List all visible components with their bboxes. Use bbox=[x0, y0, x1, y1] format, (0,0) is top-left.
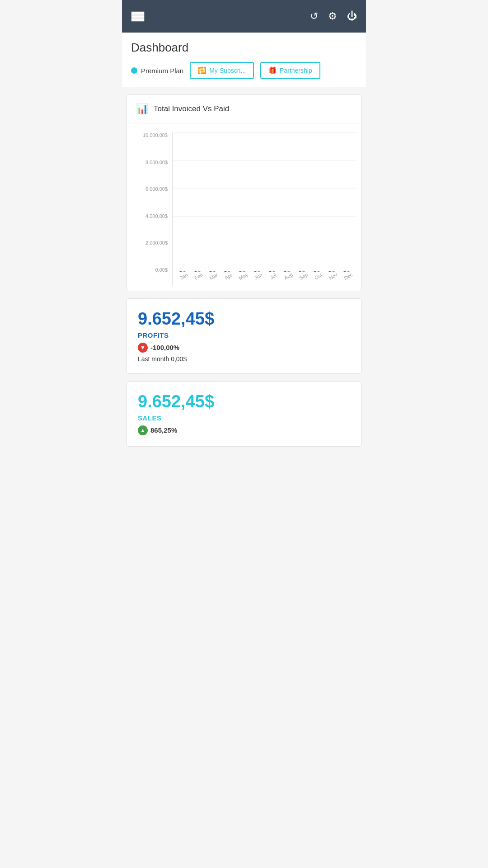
subscription-label: My Subscri... bbox=[209, 67, 246, 74]
y-axis-label: 6.000,00$ bbox=[145, 186, 168, 192]
subscription-button[interactable]: 🔁 My Subscri... bbox=[190, 62, 254, 79]
x-axis-label: Jul bbox=[266, 270, 282, 283]
x-axis-label: Mar bbox=[206, 270, 221, 283]
power-icon[interactable]: ⏻ bbox=[347, 10, 357, 22]
y-axis: 10.000,00$8.000,00$6.000,00$4.000,00$2.0… bbox=[131, 132, 172, 286]
y-axis-label: 10.000,00$ bbox=[143, 132, 168, 138]
x-axis: JanFebMarAprMayJunJulAugSepOctNovDec bbox=[173, 272, 357, 286]
bars-row bbox=[173, 132, 357, 272]
sales-value: 9.652,45$ bbox=[138, 392, 350, 411]
x-axis-label: May bbox=[236, 270, 252, 283]
x-axis-label: Feb bbox=[191, 270, 206, 283]
chart-card-header: 📊 Total Invoiced Vs Paid bbox=[127, 95, 361, 123]
x-axis-label: Apr bbox=[221, 270, 236, 283]
plan-row: Premium Plan 🔁 My Subscri... 🎁 Partnersh… bbox=[131, 62, 357, 79]
y-axis-label: 8.000,00$ bbox=[145, 160, 168, 165]
profits-card: 9.652,45$ PROFITS ▼ -100,00% Last month … bbox=[127, 298, 361, 374]
header-left bbox=[131, 11, 145, 22]
plan-dot bbox=[131, 67, 137, 74]
profits-label: PROFITS bbox=[138, 331, 350, 339]
y-axis-label: 2.000,00$ bbox=[145, 240, 168, 245]
sales-card: 9.652,45$ SALES ▲ 865,25% bbox=[127, 381, 361, 447]
sales-label: SALES bbox=[138, 414, 350, 422]
x-axis-label: Jan bbox=[176, 270, 192, 283]
profits-change-pct: -100,00% bbox=[150, 344, 179, 351]
x-axis-label: Jun bbox=[251, 270, 267, 283]
x-axis-label: Dec bbox=[340, 270, 356, 283]
profits-change-icon: ▼ bbox=[138, 343, 148, 353]
profits-last-month: Last month 0,00$ bbox=[138, 355, 350, 363]
x-axis-label: Aug bbox=[281, 270, 296, 283]
chart-icon: 📊 bbox=[136, 103, 148, 115]
reset-icon[interactable]: ↺ bbox=[310, 10, 318, 22]
chart-container: 10.000,00$8.000,00$6.000,00$4.000,00$2.0… bbox=[131, 132, 357, 286]
chart-area: 10.000,00$8.000,00$6.000,00$4.000,00$2.0… bbox=[127, 123, 361, 291]
plan-label: Premium Plan bbox=[141, 67, 183, 75]
page-title: Dashboard bbox=[131, 41, 357, 55]
plan-indicator: Premium Plan bbox=[131, 67, 183, 75]
sales-change-pct: 865,25% bbox=[150, 426, 177, 434]
y-axis-label: 0,00$ bbox=[155, 267, 168, 273]
chart-plot: JanFebMarAprMayJunJulAugSepOctNovDec bbox=[172, 132, 357, 286]
profits-value: 9.652,45$ bbox=[138, 310, 350, 329]
subscription-icon: 🔁 bbox=[198, 66, 206, 75]
header-right: ↺ ⚙ ⏻ bbox=[310, 10, 357, 22]
x-axis-label: Nov bbox=[325, 270, 341, 283]
chart-card: 📊 Total Invoiced Vs Paid 10.000,00$8.000… bbox=[127, 94, 361, 291]
partnership-icon: 🎁 bbox=[268, 66, 277, 75]
partnership-label: Partnership bbox=[280, 67, 312, 74]
y-axis-label: 4.000,00$ bbox=[145, 213, 168, 219]
profits-change: ▼ -100,00% bbox=[138, 343, 350, 353]
hamburger-menu[interactable] bbox=[131, 11, 145, 22]
sales-change-icon: ▲ bbox=[138, 425, 148, 435]
sub-header: Dashboard Premium Plan 🔁 My Subscri... 🎁… bbox=[122, 33, 366, 87]
settings-icon[interactable]: ⚙ bbox=[328, 10, 337, 22]
app-header: ↺ ⚙ ⏻ bbox=[122, 0, 366, 33]
x-axis-label: Sep bbox=[296, 270, 311, 283]
sales-change: ▲ 865,25% bbox=[138, 425, 350, 435]
x-axis-label: Oct bbox=[310, 270, 326, 283]
chart-title: Total Invoiced Vs Paid bbox=[154, 104, 229, 113]
partnership-button[interactable]: 🎁 Partnership bbox=[260, 62, 320, 79]
